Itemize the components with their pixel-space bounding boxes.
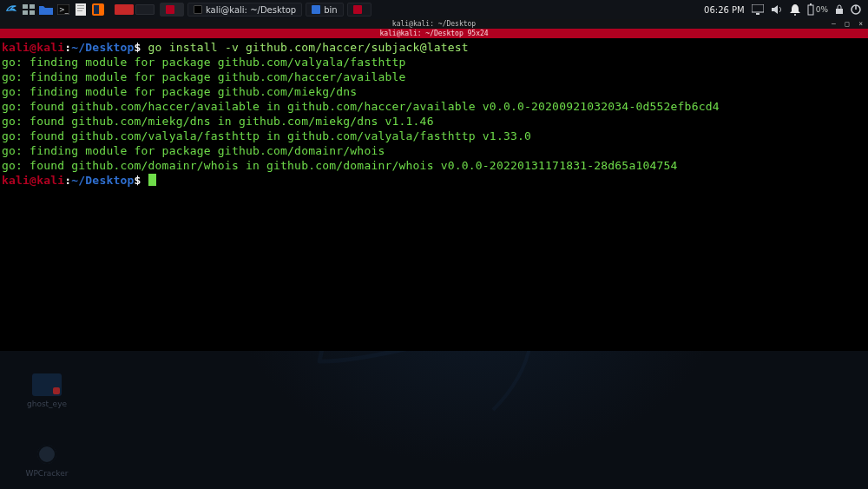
task-label: kali@kali: ~/Desktop bbox=[206, 5, 296, 15]
svg-rect-7 bbox=[77, 5, 84, 6]
task-red-icon bbox=[353, 5, 362, 14]
terminal-cursor bbox=[148, 174, 156, 186]
clock[interactable]: 06:26 PM bbox=[704, 5, 745, 15]
task-label: bin bbox=[324, 5, 337, 15]
svg-rect-1 bbox=[30, 4, 35, 9]
task-item-4[interactable] bbox=[347, 3, 372, 17]
terminal-icon bbox=[194, 5, 202, 14]
folder-icon bbox=[312, 5, 320, 14]
files-icon[interactable] bbox=[38, 2, 54, 17]
os-top-panel: >_ kali@kali: ~/Desktop bin 06:26 PM bbox=[0, 0, 868, 19]
display-icon[interactable] bbox=[752, 4, 764, 15]
terminal-tab[interactable]: kali@kali: ~/Desktop 95x24 bbox=[0, 29, 868, 38]
svg-rect-11 bbox=[94, 5, 99, 14]
svg-rect-0 bbox=[23, 4, 28, 9]
task-red-icon bbox=[166, 5, 174, 14]
kali-menu-icon[interactable] bbox=[3, 2, 19, 17]
power-icon[interactable] bbox=[851, 4, 861, 15]
desktop-icon-ghost-eye[interactable]: ghost_eye bbox=[21, 373, 73, 408]
task-item-1[interactable] bbox=[160, 3, 184, 17]
svg-rect-16 bbox=[810, 3, 812, 5]
window-list-icon[interactable] bbox=[21, 2, 36, 17]
panel-tray: 06:26 PM 0% bbox=[704, 3, 865, 16]
terminal-launcher-icon[interactable]: >_ bbox=[56, 2, 71, 17]
desktop-icon-wpcracker[interactable]: WPCracker bbox=[21, 443, 73, 478]
task-item-bin[interactable]: bin bbox=[306, 3, 343, 17]
svg-rect-15 bbox=[808, 5, 813, 15]
workspace-1[interactable] bbox=[115, 4, 134, 15]
taskbar: kali@kali: ~/Desktop bin bbox=[160, 3, 372, 17]
text-editor-icon[interactable] bbox=[73, 2, 89, 17]
lock-icon[interactable] bbox=[835, 4, 844, 15]
volume-icon[interactable] bbox=[771, 4, 783, 15]
svg-rect-9 bbox=[77, 10, 82, 11]
svg-rect-8 bbox=[77, 8, 84, 9]
tab-label: kali@kali: ~/Desktop 95x24 bbox=[379, 30, 488, 37]
svg-rect-17 bbox=[836, 9, 843, 14]
terminal-titlebar[interactable]: kali@kali: ~/Desktop ‒ □ × bbox=[0, 19, 868, 29]
battery-indicator[interactable]: 0% bbox=[807, 3, 828, 16]
window-controls[interactable]: ‒ □ × bbox=[832, 19, 865, 29]
svg-point-14 bbox=[794, 14, 796, 16]
svg-rect-13 bbox=[756, 13, 760, 15]
task-item-terminal[interactable]: kali@kali: ~/Desktop bbox=[187, 3, 302, 17]
svg-rect-3 bbox=[30, 10, 35, 15]
terminal-window: kali@kali: ~/Desktop ‒ □ × kali@kali: ~/… bbox=[0, 19, 868, 351]
svg-rect-12 bbox=[752, 4, 764, 12]
notification-bell-icon[interactable] bbox=[790, 3, 800, 16]
workspace-switcher[interactable] bbox=[115, 4, 155, 15]
burp-icon[interactable] bbox=[90, 2, 106, 17]
svg-text:>_: >_ bbox=[59, 6, 69, 14]
window-title: kali@kali: ~/Desktop bbox=[392, 20, 476, 28]
svg-rect-2 bbox=[23, 10, 28, 15]
workspace-2[interactable] bbox=[135, 4, 155, 15]
terminal-body[interactable]: kali@kali:~/Desktop$ go install -v githu… bbox=[0, 38, 868, 351]
battery-level: 0% bbox=[816, 5, 828, 14]
